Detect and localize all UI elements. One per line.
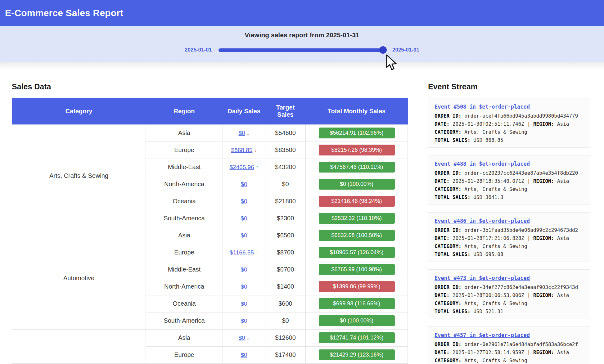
total-monthly-sales-cell: $0 (100.00%) (306, 312, 408, 329)
sales-data-panel: Sales Data CategoryRegionDaily SalesTarg… (12, 69, 408, 364)
total-sales-value: USD 868.85 (471, 137, 503, 143)
category-cell: Arts, Crafts & Sewing (12, 124, 146, 227)
total-sales-value: USD 695.08 (471, 251, 503, 257)
event-title-link[interactable]: Event #508 in $et-order-placed (435, 103, 584, 111)
region-value: Asia (554, 349, 569, 355)
date-slider-section: Viewing sales report from 2025-01-31 202… (0, 26, 604, 62)
target-sales-cell: $83500 (265, 142, 306, 159)
column-header-target-sales: Target Sales (265, 98, 306, 124)
date-value: 2025-01-28T00:06:53.006Z (449, 292, 527, 298)
category-label: CATEGORY: (435, 129, 462, 135)
daily-sales-link[interactable]: $0 (241, 198, 247, 204)
order-id-label: ORDER ID: (435, 227, 462, 233)
date-value: 2025-01-30T02:51:11.746Z (449, 121, 527, 127)
target-sales-cell: $54600 (265, 124, 306, 142)
daily-sales-link[interactable]: $0 (241, 232, 247, 239)
event-detail-line: CATEGORY: Arts, Crafts & Sewing (435, 299, 584, 308)
daily-sales-link[interactable]: $0 (241, 317, 247, 324)
date-label: DATE: (435, 121, 449, 127)
region-cell: South-America (146, 210, 223, 227)
daily-sales-cell: $0 (223, 210, 265, 227)
date-slider[interactable] (219, 48, 385, 52)
total-sales-badge: $0 (100.00%) (319, 179, 395, 190)
order-id-value: order-3b1faad35bde4e06ad99c2c294673dd2 (462, 227, 578, 233)
total-monthly-sales-cell: $56214.91 (102.96%) (306, 124, 408, 142)
total-sales-label: TOTAL SALES: (435, 308, 471, 314)
event-detail-line: ORDER ID: order-cc20237cc62443ee87ab4e35… (435, 169, 584, 177)
target-sales-cell: $0 (265, 176, 306, 193)
daily-sales-link[interactable]: $0 (241, 283, 247, 290)
total-sales-badge: $699.93 (116.66%) (319, 298, 395, 309)
sales-table: CategoryRegionDaily SalesTarget SalesTot… (12, 98, 408, 364)
sales-table-header-row: CategoryRegionDaily SalesTarget SalesTot… (12, 98, 408, 124)
category-cell: Automotive (12, 227, 146, 329)
region-value: Asia (554, 235, 569, 241)
daily-sales-cell: $0 (223, 176, 265, 193)
date-label: DATE: (435, 292, 449, 298)
event-title-link[interactable]: Event #488 in $et-order-placed (435, 160, 584, 168)
daily-sales-cell: $0 (223, 295, 265, 312)
event-title-link[interactable]: Event #457 in $et-order-placed (435, 331, 584, 339)
region-label: REGION: (533, 121, 554, 127)
category-cell (12, 329, 146, 363)
order-id-value: order-34ef277c862e4a3eaaf903cc22f9343d (462, 284, 578, 290)
event-detail-line: CATEGORY: Arts, Crafts & Sewing (435, 128, 584, 136)
trend-up-icon: ↑ (255, 249, 258, 256)
main-content: Sales Data CategoryRegionDaily SalesTarg… (0, 69, 604, 364)
daily-sales-link[interactable]: $868.85 (231, 147, 253, 153)
region-label: REGION: (533, 349, 554, 355)
region-value: Asia (554, 292, 569, 298)
total-monthly-sales-cell: $21416.46 (98.24%) (306, 193, 408, 210)
separator: | (527, 178, 533, 184)
date-value: 2025-01-28T18:35:40.071Z (449, 178, 527, 184)
category-value: Arts, Crafts & Sewing (462, 300, 527, 306)
daily-sales-link[interactable]: $0 (241, 300, 247, 307)
slider-thumb[interactable] (379, 46, 387, 54)
target-sales-cell: $43200 (265, 159, 306, 176)
event-detail-line: DATE: 2025-01-27T02:58:14.959Z | REGION:… (435, 348, 584, 357)
region-label: REGION: (533, 292, 554, 298)
daily-sales-link[interactable]: $0 (238, 130, 245, 136)
event-title-link[interactable]: Event #473 in $et-order-placed (435, 274, 584, 282)
trend-down-icon: ↓ (247, 130, 250, 137)
total-sales-badge: $21429.29 (123.16%) (319, 349, 395, 360)
column-header-region: Region (146, 98, 223, 124)
region-value: Asia (554, 178, 569, 184)
region-cell: North-America (146, 176, 223, 193)
total-monthly-sales-cell: $6765.99 (100.98%) (306, 261, 408, 278)
daily-sales-cell: $0↓ (223, 124, 265, 142)
daily-sales-cell: $0 (223, 261, 265, 278)
order-id-label: ORDER ID: (435, 284, 462, 290)
event-detail-line: DATE: 2025-01-28T18:35:40.071Z | REGION:… (435, 177, 584, 185)
total-sales-badge: $56214.91 (102.96%) (319, 128, 395, 138)
daily-sales-link[interactable]: $0 (241, 215, 247, 222)
total-sales-badge: $6765.99 (100.98%) (319, 264, 395, 275)
total-sales-value: USD 3641.3 (471, 194, 503, 200)
daily-sales-link[interactable]: $2465.96 (229, 164, 254, 170)
region-cell: Asia (146, 227, 223, 244)
region-cell: Europe (146, 346, 223, 363)
region-cell: Middle-East (146, 261, 223, 278)
region-cell: North-America (146, 278, 223, 295)
sales-data-heading: Sales Data (12, 82, 408, 91)
daily-sales-link[interactable]: $1166.55 (230, 249, 254, 256)
total-monthly-sales-cell: $2532.32 (110.10%) (306, 210, 408, 227)
daily-sales-link[interactable]: $0 (241, 352, 247, 358)
daily-sales-link[interactable]: $0 (241, 266, 247, 273)
region-cell: Oceania (146, 295, 223, 312)
event-card: Event #457 in $et-order-placedORDER ID: … (428, 326, 590, 364)
daily-sales-link[interactable]: $0 (238, 335, 245, 341)
daily-sales-link[interactable]: $0 (241, 181, 247, 187)
region-cell: Europe (146, 142, 223, 159)
trend-up-icon: ↑ (256, 164, 259, 171)
total-sales-badge: $0 (100.00%) (319, 315, 395, 326)
event-detail-line: TOTAL SALES: USD 3641.3 (435, 193, 584, 201)
daily-sales-cell: $1166.55↑ (223, 244, 265, 261)
region-cell: Asia (146, 124, 223, 142)
region-label: REGION: (533, 235, 554, 241)
column-header-category: Category (12, 98, 146, 124)
target-sales-cell: $2300 (265, 210, 306, 227)
target-sales-cell: $21800 (265, 193, 306, 210)
event-title-link[interactable]: Event #486 in $et-order-placed (435, 217, 584, 225)
total-monthly-sales-cell: $21429.29 (123.16%) (306, 346, 408, 363)
